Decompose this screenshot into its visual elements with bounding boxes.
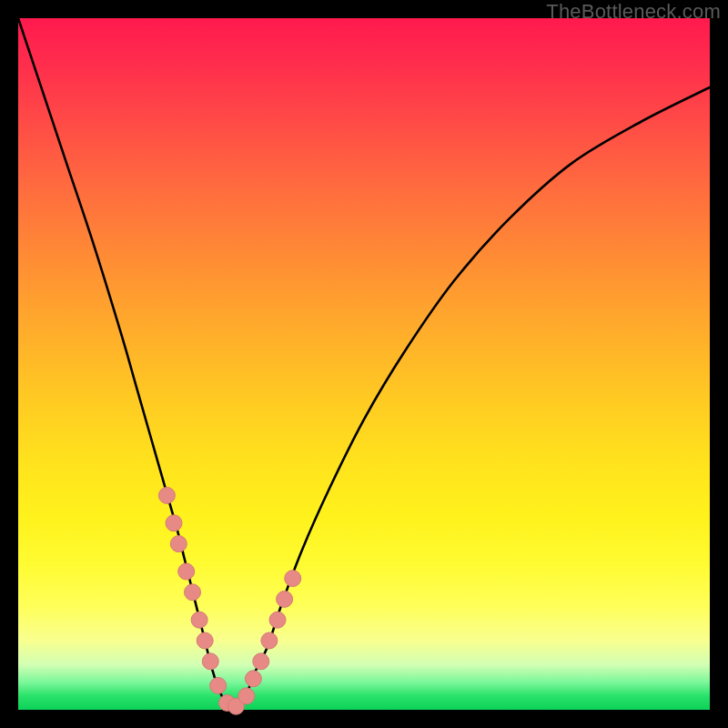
highlight-dot [166, 515, 182, 531]
highlight-dot [178, 563, 195, 580]
highlight-dot [197, 632, 213, 649]
highlight-dot [202, 653, 218, 670]
highlight-dot [191, 612, 207, 628]
plot-outer [18, 18, 710, 710]
highlight-dots [158, 487, 300, 714]
bottleneck-curve [18, 18, 710, 711]
highlight-dot [185, 584, 201, 601]
highlight-dot [158, 487, 175, 503]
highlight-dot [170, 536, 187, 552]
highlight-dot [277, 591, 293, 607]
highlight-dot [210, 677, 227, 693]
highlight-dot [238, 688, 255, 704]
highlight-dot [269, 612, 286, 628]
highlight-dot [253, 653, 269, 670]
chart-svg [18, 18, 710, 710]
highlight-dot [285, 571, 301, 587]
chart-frame: TheBottleneck.com [0, 0, 728, 728]
highlight-dot [261, 632, 278, 649]
highlight-dot [245, 671, 261, 687]
